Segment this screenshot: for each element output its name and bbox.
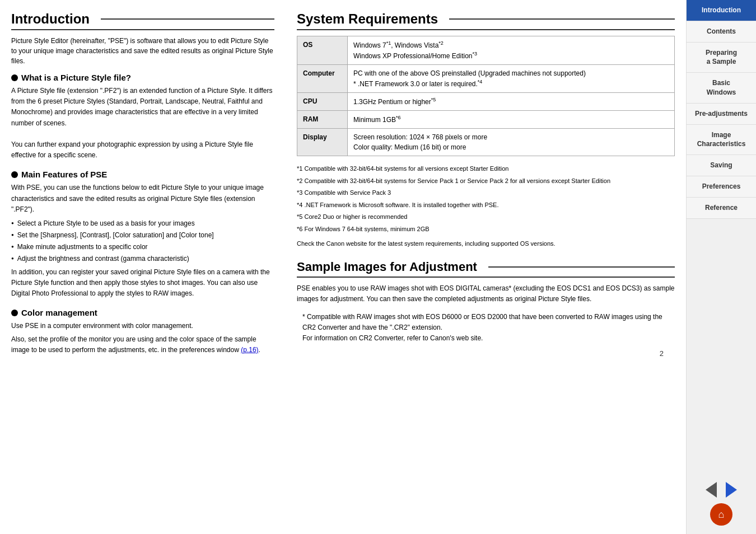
sidebar-item-basic-windows[interactable]: BasicWindows [687, 73, 756, 104]
footnote-item: *4 .NET Framework is Microsoft software.… [297, 200, 675, 210]
list-item: Set the [Sharpness], [Contrast], [Color … [11, 230, 274, 240]
what-is-body2: You can further expand your photographic… [11, 139, 274, 161]
nav-arrows [702, 481, 740, 499]
what-is-title: What is a Picture Style file? [11, 73, 274, 82]
table-row: RAM Minimum 1GB*6 [297, 111, 675, 129]
list-item: Make minute adjustments to a specific co… [11, 242, 274, 252]
color-mgmt-body: Use PSE in a computer environment with c… [11, 321, 274, 331]
bullet-icon [11, 171, 18, 178]
footnote-item: *6 For Windows 7 64-bit systems, minimum… [297, 224, 675, 235]
bullet-icon [11, 310, 18, 316]
sidebar-item-image-characteristics[interactable]: ImageCharacteristics [687, 125, 756, 156]
table-value: Minimum 1GB*6 [348, 111, 675, 129]
what-is-section: What is a Picture Style file? A Picture … [11, 73, 274, 161]
table-label: RAM [297, 111, 348, 129]
main-features-body3: In addition, you can register your saved… [11, 267, 274, 299]
table-label: OS [297, 36, 348, 65]
color-mgmt-body2: Also, set the profile of the monitor you… [11, 334, 274, 355]
footnote-item: *1 Compatible with 32-bit/64-bit systems… [297, 164, 675, 174]
list-item: Adjust the brightness and contrast (gamm… [11, 254, 274, 264]
sidebar-item-reference[interactable]: Reference [687, 198, 756, 219]
footnote-item: *3 Compatible with Service Pack 3 [297, 188, 675, 198]
page-number: 2 [297, 344, 675, 363]
intro-title: Introduction [11, 11, 274, 30]
table-label: Computer [297, 65, 348, 93]
footnote-item: *2 Compatible with 32-bit/64-bit systems… [297, 176, 675, 186]
sample-body: PSE enables you to use RAW images shot w… [297, 283, 675, 305]
table-value: Screen resolution: 1024 × 768 pixels or … [348, 129, 675, 156]
sys-req-table: OS Windows 7*1, Windows Vista*2 Windows … [297, 36, 675, 156]
main-features-body: With PSE, you can use the functions belo… [11, 182, 274, 215]
color-mgmt-title: Color management [11, 308, 274, 317]
main-features-list: Select a Picture Style to be used as a b… [11, 218, 274, 264]
sidebar: Introduction Contents Preparinga Sample … [686, 0, 756, 534]
table-value: PC with one of the above OS preinstalled… [348, 65, 675, 93]
sidebar-item-introduction[interactable]: Introduction [687, 0, 756, 21]
table-value: 1.3GHz Pentium or higher*5 [348, 93, 675, 111]
sample-title: Sample Images for Adjustment [297, 260, 675, 278]
preferences-link[interactable]: (p.16) [241, 346, 258, 354]
home-button[interactable]: ⌂ [710, 503, 732, 526]
nav-bottom: ⌂ [687, 472, 756, 534]
table-row: OS Windows 7*1, Windows Vista*2 Windows … [297, 36, 675, 65]
sys-req-title: System Requirements [297, 11, 675, 30]
sidebar-item-preferences[interactable]: Preferences [687, 176, 756, 198]
table-label: Display [297, 129, 348, 156]
sys-req-note: Check the Canon website for the latest s… [297, 239, 675, 249]
intro-paragraph: Picture Style Editor (hereinafter, "PSE"… [11, 36, 274, 66]
sys-req-section: System Requirements OS Windows 7*1, Wind… [297, 11, 675, 249]
footnote-item: *5 Core2 Duo or higher is recommended [297, 212, 675, 222]
table-value: Windows 7*1, Windows Vista*2 Windows XP … [348, 36, 675, 65]
sample-footnote: * Compatible with RAW images shot with E… [297, 312, 675, 344]
sidebar-item-contents[interactable]: Contents [687, 21, 756, 43]
prev-arrow[interactable] [706, 482, 717, 498]
table-row: Display Screen resolution: 1024 × 768 pi… [297, 129, 675, 156]
footnotes: *1 Compatible with 32-bit/64-bit systems… [297, 164, 675, 249]
list-item: Select a Picture Style to be used as a b… [11, 218, 274, 228]
sidebar-item-preparing[interactable]: Preparinga Sample [687, 43, 756, 73]
what-is-body: A Picture Style file (extension ".PF2") … [11, 86, 274, 129]
bullet-icon [11, 74, 18, 81]
sidebar-item-saving[interactable]: Saving [687, 155, 756, 176]
sample-section: Sample Images for Adjustment PSE enables… [297, 260, 675, 344]
sidebar-item-pre-adjustments[interactable]: Pre-adjustments [687, 104, 756, 125]
next-arrow[interactable] [726, 482, 737, 498]
color-mgmt-section: Color management Use PSE in a computer e… [11, 308, 274, 355]
main-features-section: Main Features of PSE With PSE, you can u… [11, 170, 274, 299]
table-row: CPU 1.3GHz Pentium or higher*5 [297, 93, 675, 111]
main-features-title: Main Features of PSE [11, 170, 274, 179]
table-label: CPU [297, 93, 348, 111]
table-row: Computer PC with one of the above OS pre… [297, 65, 675, 93]
